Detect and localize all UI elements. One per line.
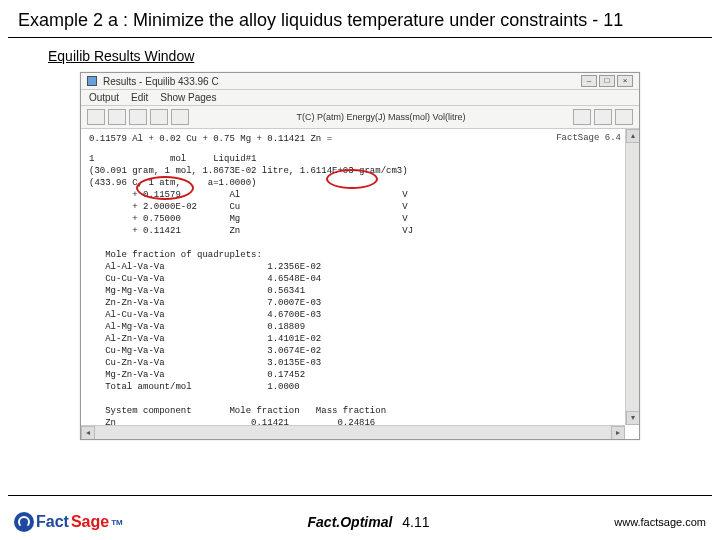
footer: FactSageTM Fact.Optimal 4.11 www.factsag… <box>0 512 720 532</box>
scrollbar-vertical[interactable]: ▴ ▾ <box>625 129 639 425</box>
footer-url: www.factsage.com <box>614 516 706 528</box>
minimize-button[interactable]: – <box>581 75 597 87</box>
toolbar-btn-1[interactable] <box>87 109 105 125</box>
toolbar-units: T(C) P(atm) Energy(J) Mass(mol) Vol(litr… <box>296 112 465 122</box>
menu-show-pages[interactable]: Show Pages <box>160 92 216 103</box>
toolbar-btn-r2[interactable] <box>594 109 612 125</box>
toolbar-btn-2[interactable] <box>108 109 126 125</box>
version-label: FactSage 6.4 <box>556 133 621 143</box>
app-icon <box>87 76 97 86</box>
toolbar-btn-4[interactable] <box>150 109 168 125</box>
menu-output[interactable]: Output <box>89 92 119 103</box>
slide-title: Example 2 a : Minimize the alloy liquidu… <box>0 0 720 37</box>
logo-bubble-icon <box>14 512 34 532</box>
menubar: Output Edit Show Pages <box>81 90 639 106</box>
logo-text-fact: Fact <box>36 513 69 531</box>
scroll-right-icon[interactable]: ▸ <box>611 426 625 439</box>
section-label: Equilib Results Window <box>48 48 720 64</box>
titlebar: Results - Equilib 433.96 C – □ × <box>81 73 639 90</box>
scroll-left-icon[interactable]: ◂ <box>81 426 95 439</box>
logo-text-sage: Sage <box>71 513 109 531</box>
window-controls: – □ × <box>581 75 633 87</box>
scroll-down-icon[interactable]: ▾ <box>626 411 639 425</box>
footer-product: Fact.Optimal <box>308 514 393 530</box>
title-rule <box>8 37 712 38</box>
toolbar-btn-r1[interactable] <box>573 109 591 125</box>
maximize-button[interactable]: □ <box>599 75 615 87</box>
scroll-up-icon[interactable]: ▴ <box>626 129 639 143</box>
toolbar-btn-3[interactable] <box>129 109 147 125</box>
results-window: Results - Equilib 433.96 C – □ × Output … <box>80 72 640 440</box>
page-number: 4.11 <box>402 514 429 530</box>
toolbar-btn-5[interactable] <box>171 109 189 125</box>
logo-tm: TM <box>111 518 123 527</box>
annotation-ellipse-2 <box>326 169 378 189</box>
close-button[interactable]: × <box>617 75 633 87</box>
scrollbar-horizontal[interactable]: ◂ ▸ <box>81 425 625 439</box>
window-title: Results - Equilib 433.96 C <box>103 76 219 87</box>
toolbar: T(C) P(atm) Energy(J) Mass(mol) Vol(litr… <box>81 106 639 129</box>
menu-edit[interactable]: Edit <box>131 92 148 103</box>
factsage-logo: FactSageTM <box>14 512 123 532</box>
toolbar-btn-r3[interactable] <box>615 109 633 125</box>
footer-rule <box>8 495 712 496</box>
annotation-ellipse-1 <box>136 176 194 200</box>
content-area: FactSage 6.4 0.11579 Al + 0.02 Cu + 0.75… <box>81 129 639 439</box>
